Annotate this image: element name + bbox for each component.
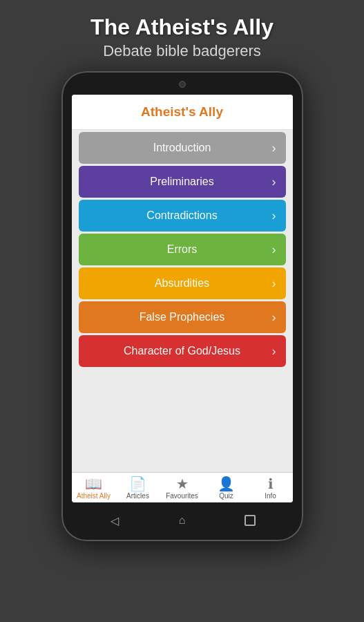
back-icon: ◁ [111, 514, 119, 527]
menu-list: Introduction›Preliminaries›Contradiction… [72, 130, 293, 472]
nav-label-quiz: Quiz [219, 492, 233, 500]
menu-item-label-preliminaries: Preliminaries [150, 176, 213, 188]
phone-camera [179, 81, 186, 88]
header-title: The Atheist's Ally [14, 15, 350, 39]
menu-item-label-absurdities: Absurdities [155, 277, 209, 290]
app-bar-title: Atheist's Ally [141, 104, 223, 119]
bottom-navigation: 📖Atheist Ally📄Articles★Favourites👤QuizℹI… [72, 472, 293, 502]
menu-chevron-absurdities: › [272, 276, 276, 291]
menu-chevron-preliminaries: › [272, 175, 276, 189]
recents-button[interactable] [240, 511, 260, 530]
home-icon: ⌂ [179, 514, 186, 527]
menu-chevron-character: › [272, 344, 276, 359]
menu-item-label-contradictions: Contradictions [146, 209, 217, 222]
phone-device: Atheist's Ally Introduction›Preliminarie… [61, 71, 303, 541]
home-button[interactable]: ⌂ [173, 511, 192, 530]
nav-item-quiz[interactable]: 👤Quiz [204, 477, 249, 500]
header-section: The Atheist's Ally Debate bible badgerer… [0, 0, 364, 71]
nav-icon-atheist-ally: 📖 [85, 477, 102, 491]
menu-item-label-character: Character of God/Jesus [124, 345, 240, 357]
menu-chevron-introduction: › [272, 141, 276, 156]
header-subtitle: Debate bible badgerers [14, 42, 350, 60]
back-button[interactable]: ◁ [105, 511, 124, 530]
menu-item-character[interactable]: Character of God/Jesus› [79, 335, 286, 367]
nav-item-favourites[interactable]: ★Favourites [160, 477, 204, 500]
menu-item-errors[interactable]: Errors› [79, 234, 286, 265]
phone-screen: Atheist's Ally Introduction›Preliminarie… [72, 95, 293, 502]
nav-label-articles: Articles [126, 492, 149, 500]
nav-item-articles[interactable]: 📄Articles [116, 477, 160, 500]
app-bar: Atheist's Ally [72, 95, 293, 130]
menu-item-contradictions[interactable]: Contradictions› [79, 200, 286, 232]
recents-icon [245, 515, 256, 526]
menu-item-false-prophecies[interactable]: False Prophecies› [79, 301, 286, 333]
menu-item-label-false-prophecies: False Prophecies [140, 311, 225, 323]
menu-item-absurdities[interactable]: Absurdities› [79, 267, 286, 299]
nav-label-info: Info [265, 492, 276, 500]
menu-chevron-errors: › [272, 243, 276, 257]
phone-nav-bar: ◁ ⌂ [67, 504, 298, 536]
menu-item-label-introduction: Introduction [153, 142, 211, 154]
nav-icon-quiz: 👤 [218, 477, 235, 491]
nav-item-atheist-ally[interactable]: 📖Atheist Ally [72, 477, 116, 500]
menu-item-label-errors: Errors [167, 243, 198, 256]
nav-icon-articles: 📄 [129, 477, 146, 491]
nav-item-info[interactable]: ℹInfo [249, 477, 293, 500]
menu-chevron-false-prophecies: › [272, 310, 276, 325]
menu-item-preliminaries[interactable]: Preliminaries› [79, 166, 286, 198]
menu-item-introduction[interactable]: Introduction› [79, 132, 286, 164]
nav-label-favourites: Favourites [166, 492, 198, 500]
nav-icon-favourites: ★ [176, 477, 189, 491]
nav-icon-info: ℹ [268, 477, 274, 491]
nav-label-atheist-ally: Atheist Ally [77, 492, 111, 500]
menu-chevron-contradictions: › [272, 209, 276, 223]
